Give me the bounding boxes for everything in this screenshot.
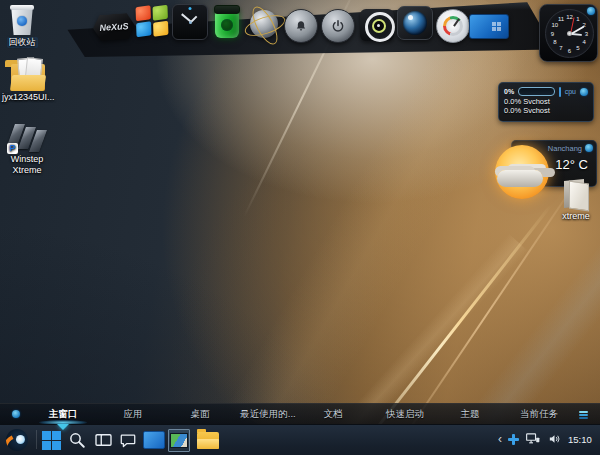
tab-current-tasks[interactable]: 当前任务 <box>520 408 558 421</box>
nexus-logo-icon: NeXuS <box>92 13 136 42</box>
dock-item-gauge[interactable] <box>436 9 470 43</box>
widget-settings-gear-icon[interactable] <box>587 7 595 15</box>
blender-logo-icon <box>6 429 28 451</box>
open-folder-icon <box>560 178 592 210</box>
clock-number: 4 <box>583 39 586 45</box>
taskbar-separator <box>36 430 37 449</box>
dock-item-windows[interactable] <box>136 6 168 36</box>
search-icon <box>68 431 86 449</box>
clock-number: 7 <box>559 45 562 51</box>
running-app-icon <box>168 429 190 452</box>
winstep-logo-icon: P <box>7 124 47 152</box>
start-button[interactable] <box>40 430 62 450</box>
clock-number: 8 <box>553 39 556 45</box>
tab-themes[interactable]: 主题 <box>461 408 480 421</box>
chat-button[interactable] <box>117 430 139 450</box>
desktop-icon-winstep-xtreme[interactable]: P Winstep Xtreme <box>0 124 55 176</box>
taskbar-blender-button[interactable] <box>6 430 28 450</box>
taskbar-search-button[interactable] <box>66 430 88 450</box>
clock-center <box>567 31 572 36</box>
tab-recent[interactable]: 最近使用的... <box>240 408 295 421</box>
desktop-screen: NeXuS <box>0 0 600 455</box>
task-view-icon <box>94 431 113 449</box>
dock-item-alerts[interactable] <box>284 9 318 43</box>
dock-item-desktop[interactable] <box>469 14 509 39</box>
cpu-process-line: 0.0% Svchost <box>504 97 588 106</box>
window-list-icon[interactable] <box>579 411 588 419</box>
atom-globe-icon <box>246 6 282 42</box>
taskbar-running-app-button[interactable] <box>168 430 190 450</box>
desktop-icon-label: xtreme <box>560 211 592 222</box>
clock-number: 11 <box>558 16 564 22</box>
tabbar-settings-gear-icon[interactable] <box>12 410 20 418</box>
power-icon <box>321 9 355 43</box>
folder-icon <box>11 64 45 91</box>
desktop-icon-label: 回收站 <box>7 37 38 48</box>
clock-number: 6 <box>568 48 571 54</box>
task-view-button[interactable] <box>92 430 114 450</box>
shortcut-badge-icon: P <box>7 143 18 154</box>
desktop-wallpaper <box>0 0 600 455</box>
system-tray: ‹ 15:10 <box>498 430 592 448</box>
nexus-logo-label: NeXuS <box>99 21 129 33</box>
widget-settings-gear-icon[interactable] <box>585 144 593 152</box>
weather-temperature: 12° C <box>555 157 588 172</box>
clock-face: 12 1 2 3 4 5 6 7 8 9 10 11 <box>545 9 594 58</box>
file-explorer-folder-icon <box>197 432 219 449</box>
widget-settings-gear-icon[interactable] <box>580 88 588 96</box>
tab-quick-launch[interactable]: 快速启动 <box>386 408 424 421</box>
blue-display-icon <box>143 431 165 449</box>
dock-item-clock[interactable] <box>172 4 208 40</box>
gauge-icon <box>436 9 470 43</box>
taskbar-clock[interactable]: 15:10 <box>568 434 592 445</box>
desktop-icon-user-folder[interactable]: jyx12345UI... <box>0 64 56 103</box>
blue-plus-tray-icon[interactable] <box>508 434 519 445</box>
desktop-screen-icon <box>469 14 509 39</box>
divider <box>559 87 561 97</box>
speaker-icon <box>360 9 394 41</box>
desktop-icon-label: jyx12345UI... <box>0 92 57 103</box>
clock-number: 9 <box>551 31 554 37</box>
dock-item-network-globe[interactable] <box>246 6 282 42</box>
weather-city: Nanchang <box>548 144 582 153</box>
clock-number: 3 <box>585 31 588 37</box>
dock-item-audio[interactable] <box>360 9 394 41</box>
cpu-meter-widget[interactable]: 0% cpu 0.0% Svchost 0.0% Svchost <box>498 82 594 122</box>
dock-item-power[interactable] <box>321 9 355 43</box>
chat-bubble-icon <box>119 432 137 449</box>
recycle-bin-icon <box>9 5 35 35</box>
clock-number: 10 <box>551 22 558 28</box>
cpu-usage-value: 0% <box>504 88 514 95</box>
desktop-icon-xtreme[interactable]: xtreme <box>548 178 600 222</box>
wallpaper-light-band <box>226 0 544 450</box>
windows-logo-icon <box>135 5 168 36</box>
dock-item-recycle[interactable] <box>214 5 240 38</box>
network-monitor-icon[interactable] <box>525 432 541 446</box>
clock-number: 12 <box>566 14 573 20</box>
dock-item-nexus[interactable]: NeXuS <box>93 14 135 40</box>
windows-start-icon <box>42 431 61 450</box>
file-explorer-button[interactable] <box>197 430 219 450</box>
desktop-icon-label: Winstep Xtreme <box>1 154 53 176</box>
camera-lens-icon <box>397 6 433 40</box>
tab-desktop[interactable]: 桌面 <box>191 408 210 421</box>
cpu-label: cpu <box>565 88 576 95</box>
clock-number: 5 <box>576 45 579 51</box>
cpu-usage-bar <box>518 87 555 96</box>
clock-number: 1 <box>576 16 579 22</box>
green-recycle-bin-icon <box>214 5 240 38</box>
nexus-tab-bar: 主窗口 应用 桌面 最近使用的... 文档 快速启动 主题 当前任务 <box>0 403 600 424</box>
volume-icon[interactable] <box>547 432 562 446</box>
clock-icon <box>172 4 208 40</box>
taskbar-display-button[interactable] <box>143 430 165 450</box>
tab-documents[interactable]: 文档 <box>324 408 343 421</box>
cpu-process-line: 0.0% Svchost <box>504 106 588 115</box>
tab-applications[interactable]: 应用 <box>124 408 143 421</box>
dock-item-camera[interactable] <box>397 6 433 40</box>
desktop-icon-recycle-bin[interactable]: 回收站 <box>0 5 50 48</box>
clock-widget[interactable]: 12 1 2 3 4 5 6 7 8 9 10 11 <box>539 4 598 62</box>
hidden-icons-chevron-icon[interactable]: ‹ <box>498 430 502 448</box>
cloud-icon <box>497 170 543 187</box>
bell-icon <box>284 9 318 43</box>
